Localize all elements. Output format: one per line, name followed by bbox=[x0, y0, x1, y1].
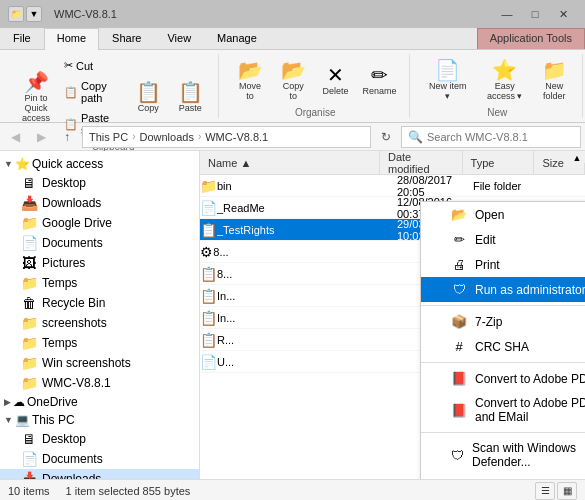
ctx-7zip-icon: 📦 bbox=[451, 314, 467, 329]
temps-icon: 📁 bbox=[20, 275, 38, 291]
cmd3-file-icon: 📋 bbox=[200, 288, 217, 304]
status-right: ☰ ▦ bbox=[535, 482, 577, 500]
new-folder-button[interactable]: 📁 Newfolder bbox=[534, 56, 574, 105]
ctx-run-as-admin[interactable]: 🛡 Run as administrator bbox=[421, 277, 585, 302]
sidebar-item-desktop2[interactable]: 🖥 Desktop bbox=[0, 429, 199, 449]
scroll-up-btn[interactable]: ▲ bbox=[573, 153, 582, 163]
paste-button[interactable]: 📋 Paste bbox=[170, 78, 210, 117]
down-arrow-icon[interactable]: ▼ bbox=[26, 6, 42, 22]
item-count: 10 items bbox=[8, 485, 50, 497]
status-bar: 10 items 1 item selected 855 bytes ☰ ▦ bbox=[0, 479, 585, 500]
up-button[interactable]: ↑ bbox=[56, 126, 78, 148]
maximize-button[interactable]: □ bbox=[521, 4, 549, 24]
address-sep1: › bbox=[132, 131, 135, 142]
sidebar-item-temps[interactable]: 📁 Temps bbox=[0, 273, 199, 293]
sidebar-item-quick-access[interactable]: ▼ ⭐ Quick access bbox=[0, 155, 199, 173]
list-view-btn[interactable]: ☰ bbox=[535, 482, 555, 500]
back-button[interactable]: ◀ bbox=[4, 126, 26, 148]
cmd5-file-icon: 📋 bbox=[200, 332, 217, 348]
ribbon-group-organise: 📂 Move to 📂 Copy to ✕ Delete ✏ Rename Or… bbox=[221, 54, 410, 118]
delete-button[interactable]: ✕ Delete bbox=[316, 61, 356, 100]
ctx-open[interactable]: 📂 Open bbox=[421, 202, 585, 227]
ctx-pdf-email-icon: 📕 bbox=[451, 403, 467, 418]
move-to-button[interactable]: 📂 Move to bbox=[229, 56, 271, 105]
cmd2-file-icon: 📋 bbox=[200, 266, 217, 282]
desktop-icon: 🖥 bbox=[20, 175, 38, 191]
tab-view[interactable]: View bbox=[154, 28, 204, 49]
ribbon-content: 📌 Pin to Quickaccess ✂ Cut 📋 Copy path 📋… bbox=[0, 50, 585, 122]
ctx-print[interactable]: 🖨 Print bbox=[421, 252, 585, 277]
tab-app-tools[interactable]: Application Tools bbox=[477, 28, 585, 49]
pictures-icon: 🖼 bbox=[20, 255, 38, 271]
window-title: WMC-V8.8.1 bbox=[54, 8, 117, 20]
cut-button[interactable]: ✂ Cut bbox=[58, 56, 126, 75]
ctx-scan-defender[interactable]: 🛡 Scan with Windows Defender... bbox=[421, 436, 585, 474]
view-toggle: ☰ ▦ bbox=[535, 482, 577, 500]
sidebar-item-onedrive[interactable]: ▶ ☁ OneDrive bbox=[0, 393, 199, 411]
copy-path-button[interactable]: 📋 Copy path bbox=[58, 77, 126, 107]
search-bar[interactable]: 🔍 bbox=[401, 126, 581, 148]
pin-icon: 📌 bbox=[24, 72, 49, 92]
ctx-open-icon: 📂 bbox=[451, 207, 467, 222]
sidebar-item-downloads2[interactable]: 📥 Downloads bbox=[0, 469, 199, 479]
copy-to-button[interactable]: 📂 Copy to bbox=[273, 56, 314, 105]
tab-share[interactable]: Share bbox=[99, 28, 154, 49]
dls2-icon: 📥 bbox=[20, 471, 38, 479]
txt2-file-icon: 📄 bbox=[200, 354, 217, 370]
ctx-7zip[interactable]: 📦 7-Zip ▶ bbox=[421, 309, 585, 334]
organise-label: Organise bbox=[295, 107, 336, 118]
refresh-button[interactable]: ↻ bbox=[375, 126, 397, 148]
ctx-add-archive[interactable]: 📦 Add to archive... bbox=[421, 474, 585, 479]
col-header-name[interactable]: Name ▲ bbox=[200, 151, 380, 174]
sidebar-item-thispc[interactable]: ▼ 💻 This PC bbox=[0, 411, 199, 429]
cmd4-file-icon: 📋 bbox=[200, 310, 217, 326]
address-thispc[interactable]: This PC bbox=[89, 131, 128, 143]
tab-home[interactable]: Home bbox=[44, 28, 99, 50]
ctx-adobe-pdf[interactable]: 📕 Convert to Adobe PDF bbox=[421, 366, 585, 391]
paste-big-icon: 📋 bbox=[178, 82, 203, 102]
col-header-type[interactable]: Type bbox=[463, 151, 535, 174]
sidebar-item-screenshots[interactable]: 📁 screenshots bbox=[0, 313, 199, 333]
tab-file[interactable]: File bbox=[0, 28, 44, 49]
pin-button[interactable]: 📌 Pin to Quickaccess bbox=[16, 68, 56, 127]
ctx-print-icon: 🖨 bbox=[451, 257, 467, 272]
copy-button[interactable]: 📋 Copy bbox=[128, 78, 168, 117]
ctx-admin-icon: 🛡 bbox=[451, 282, 467, 297]
address-bar[interactable]: This PC › Downloads › WMC-V8.8.1 bbox=[82, 126, 371, 148]
address-downloads[interactable]: Downloads bbox=[139, 131, 193, 143]
sidebar-item-documents[interactable]: 📄 Documents bbox=[0, 233, 199, 253]
table-row[interactable]: 📁 bin 28/08/2017 20:05 File folder bbox=[200, 175, 585, 197]
sidebar-item-docs2[interactable]: 📄 Documents bbox=[0, 449, 199, 469]
search-input[interactable] bbox=[427, 131, 574, 143]
easy-access-button[interactable]: ⭐ Easy access ▾ bbox=[477, 56, 532, 105]
ctx-edit[interactable]: ✏ Edit bbox=[421, 227, 585, 252]
sidebar-item-winscreenshots[interactable]: 📁 Win screenshots bbox=[0, 353, 199, 373]
reg-file-icon: ⚙ bbox=[200, 244, 213, 260]
detail-view-btn[interactable]: ▦ bbox=[557, 482, 577, 500]
screenshots-icon: 📁 bbox=[20, 315, 38, 331]
cmd-file-icon: 📋 bbox=[200, 222, 217, 238]
sidebar-item-wmc[interactable]: 📁 WMC-V8.8.1 bbox=[0, 373, 199, 393]
forward-button[interactable]: ▶ bbox=[30, 126, 52, 148]
recycle-icon: 🗑 bbox=[20, 295, 38, 311]
rename-button[interactable]: ✏ Rename bbox=[358, 61, 402, 100]
chevron-thispc: ▼ bbox=[4, 415, 13, 425]
ctx-edit-icon: ✏ bbox=[451, 232, 467, 247]
close-button[interactable]: ✕ bbox=[549, 4, 577, 24]
sidebar-item-google-drive[interactable]: 📁 Google Drive bbox=[0, 213, 199, 233]
address-folder[interactable]: WMC-V8.8.1 bbox=[205, 131, 268, 143]
sidebar-item-downloads[interactable]: 📥 Downloads bbox=[0, 193, 199, 213]
sidebar-item-recycle-bin[interactable]: 🗑 Recycle Bin bbox=[0, 293, 199, 313]
col-header-date[interactable]: Date modified bbox=[380, 151, 463, 174]
easyaccess-icon: ⭐ bbox=[492, 60, 517, 80]
sidebar-item-temps2[interactable]: 📁 Temps bbox=[0, 333, 199, 353]
ctx-crcsha[interactable]: # CRC SHA ▶ bbox=[421, 334, 585, 359]
new-item-button[interactable]: 📄 New item ▾ bbox=[420, 56, 475, 105]
folder-icon[interactable]: 📁 bbox=[8, 6, 24, 22]
minimize-button[interactable]: — bbox=[493, 4, 521, 24]
tab-manage[interactable]: Manage bbox=[204, 28, 270, 49]
copypath-icon: 📋 bbox=[64, 86, 78, 99]
sidebar-item-desktop[interactable]: 🖥 Desktop bbox=[0, 173, 199, 193]
sidebar-item-pictures[interactable]: 🖼 Pictures bbox=[0, 253, 199, 273]
ctx-adobe-pdf-email[interactable]: 📕 Convert to Adobe PDF and EMail bbox=[421, 391, 585, 429]
